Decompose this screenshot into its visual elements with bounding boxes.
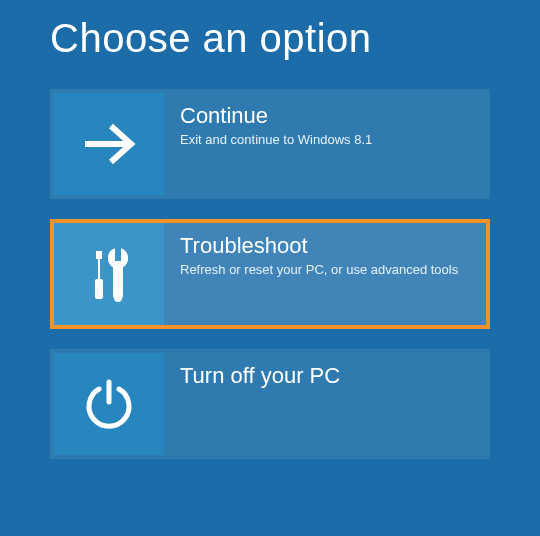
option-continue[interactable]: Continue Exit and continue to Windows 8.… [50, 89, 490, 199]
power-icon [54, 353, 164, 455]
option-text: Turn off your PC [164, 353, 486, 455]
option-title: Continue [180, 103, 472, 129]
svg-rect-2 [98, 259, 100, 279]
option-title: Troubleshoot [180, 233, 472, 259]
option-troubleshoot[interactable]: Troubleshoot Refresh or reset your PC, o… [50, 219, 490, 329]
option-turn-off[interactable]: Turn off your PC [50, 349, 490, 459]
option-text: Troubleshoot Refresh or reset your PC, o… [164, 223, 486, 325]
tools-icon [54, 223, 164, 325]
svg-rect-1 [96, 251, 102, 259]
svg-rect-4 [115, 247, 121, 261]
option-desc: Exit and continue to Windows 8.1 [180, 131, 472, 149]
option-desc: Refresh or reset your PC, or use advance… [180, 261, 472, 279]
option-title: Turn off your PC [180, 363, 472, 389]
svg-rect-3 [95, 279, 103, 299]
option-text: Continue Exit and continue to Windows 8.… [164, 93, 486, 195]
page-title: Choose an option [50, 16, 490, 61]
arrow-right-icon [54, 93, 164, 195]
